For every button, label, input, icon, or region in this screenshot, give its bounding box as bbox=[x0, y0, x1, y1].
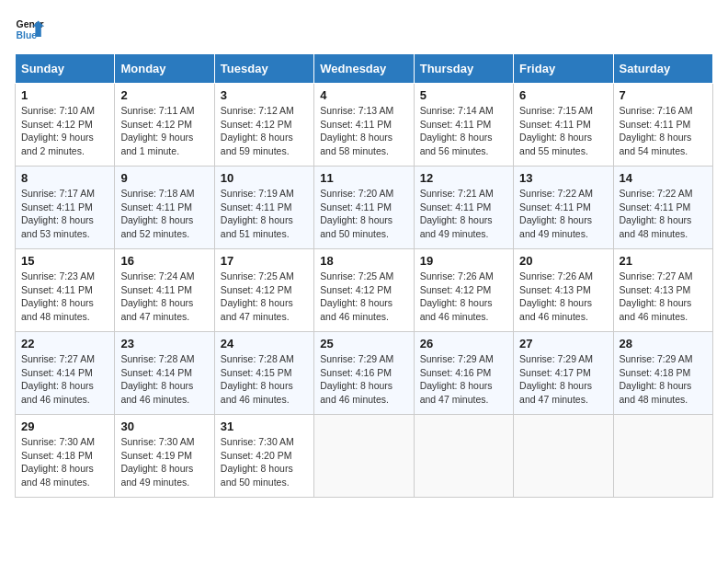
cell-info: Sunrise: 7:20 AMSunset: 4:11 PMDaylight:… bbox=[320, 188, 393, 239]
calendar-cell: 26 Sunrise: 7:29 AMSunset: 4:16 PMDaylig… bbox=[414, 332, 513, 415]
day-number: 17 bbox=[221, 254, 308, 268]
day-number: 31 bbox=[221, 419, 308, 433]
day-number: 10 bbox=[221, 171, 308, 185]
calendar-cell: 27 Sunrise: 7:29 AMSunset: 4:17 PMDaylig… bbox=[514, 332, 613, 415]
day-number: 16 bbox=[120, 254, 208, 268]
week-row-3: 15 Sunrise: 7:23 AMSunset: 4:11 PMDaylig… bbox=[16, 249, 713, 332]
day-number: 20 bbox=[519, 254, 607, 268]
calendar-cell: 30 Sunrise: 7:30 AMSunset: 4:19 PMDaylig… bbox=[115, 415, 214, 498]
cell-info: Sunrise: 7:30 AMSunset: 4:18 PMDaylight:… bbox=[21, 436, 95, 488]
calendar-cell: 28 Sunrise: 7:29 AMSunset: 4:18 PMDaylig… bbox=[613, 332, 712, 415]
calendar-table: SundayMondayTuesdayWednesdayThursdayFrid… bbox=[15, 53, 713, 498]
cell-info: Sunrise: 7:27 AMSunset: 4:13 PMDaylight:… bbox=[620, 270, 693, 322]
calendar-cell: 23 Sunrise: 7:28 AMSunset: 4:14 PMDaylig… bbox=[115, 332, 214, 415]
cell-info: Sunrise: 7:19 AMSunset: 4:11 PMDaylight:… bbox=[221, 188, 294, 239]
calendar-cell: 17 Sunrise: 7:25 AMSunset: 4:12 PMDaylig… bbox=[214, 249, 313, 332]
cell-info: Sunrise: 7:21 AMSunset: 4:11 PMDaylight:… bbox=[420, 188, 494, 239]
week-row-5: 29 Sunrise: 7:30 AMSunset: 4:18 PMDaylig… bbox=[16, 415, 713, 498]
day-header-saturday: Saturday bbox=[613, 54, 712, 84]
calendar-cell: 16 Sunrise: 7:24 AMSunset: 4:11 PMDaylig… bbox=[115, 249, 214, 332]
calendar-cell: 14 Sunrise: 7:22 AMSunset: 4:11 PMDaylig… bbox=[613, 167, 712, 249]
cell-info: Sunrise: 7:29 AMSunset: 4:16 PMDaylight:… bbox=[420, 353, 494, 405]
logo: General Blue bbox=[15, 15, 44, 44]
day-number: 3 bbox=[221, 88, 308, 102]
day-number: 6 bbox=[519, 88, 607, 102]
cell-info: Sunrise: 7:18 AMSunset: 4:11 PMDaylight:… bbox=[120, 188, 194, 239]
day-header-sunday: Sunday bbox=[16, 54, 115, 84]
cell-info: Sunrise: 7:25 AMSunset: 4:12 PMDaylight:… bbox=[221, 270, 294, 322]
cell-info: Sunrise: 7:26 AMSunset: 4:12 PMDaylight:… bbox=[420, 270, 494, 322]
day-number: 7 bbox=[620, 88, 707, 102]
header-row: SundayMondayTuesdayWednesdayThursdayFrid… bbox=[16, 54, 713, 84]
cell-info: Sunrise: 7:17 AMSunset: 4:11 PMDaylight:… bbox=[21, 188, 95, 239]
calendar-cell: 31 Sunrise: 7:30 AMSunset: 4:20 PMDaylig… bbox=[214, 415, 313, 498]
cell-info: Sunrise: 7:26 AMSunset: 4:13 PMDaylight:… bbox=[519, 270, 593, 322]
header: General Blue bbox=[15, 15, 713, 44]
calendar-cell: 20 Sunrise: 7:26 AMSunset: 4:13 PMDaylig… bbox=[514, 249, 613, 332]
calendar-cell: 13 Sunrise: 7:22 AMSunset: 4:11 PMDaylig… bbox=[514, 167, 613, 249]
day-number: 1 bbox=[21, 88, 108, 102]
calendar-cell: 4 Sunrise: 7:13 AMSunset: 4:11 PMDayligh… bbox=[314, 84, 414, 167]
calendar-cell: 21 Sunrise: 7:27 AMSunset: 4:13 PMDaylig… bbox=[613, 249, 712, 332]
calendar-cell: 9 Sunrise: 7:18 AMSunset: 4:11 PMDayligh… bbox=[115, 167, 214, 249]
day-header-friday: Friday bbox=[514, 54, 613, 84]
cell-info: Sunrise: 7:29 AMSunset: 4:18 PMDaylight:… bbox=[620, 353, 693, 405]
calendar-cell: 6 Sunrise: 7:15 AMSunset: 4:11 PMDayligh… bbox=[514, 84, 613, 167]
day-number: 4 bbox=[320, 88, 407, 102]
day-number: 27 bbox=[519, 337, 607, 350]
logo-icon: General Blue bbox=[15, 15, 44, 44]
cell-info: Sunrise: 7:30 AMSunset: 4:20 PMDaylight:… bbox=[221, 436, 294, 488]
day-number: 22 bbox=[21, 337, 108, 350]
day-number: 26 bbox=[420, 337, 507, 350]
calendar-cell: 12 Sunrise: 7:21 AMSunset: 4:11 PMDaylig… bbox=[414, 167, 513, 249]
calendar-cell bbox=[414, 415, 513, 498]
cell-info: Sunrise: 7:23 AMSunset: 4:11 PMDaylight:… bbox=[21, 270, 95, 322]
day-number: 11 bbox=[320, 171, 407, 185]
day-number: 29 bbox=[21, 419, 108, 433]
cell-info: Sunrise: 7:12 AMSunset: 4:12 PMDaylight:… bbox=[221, 105, 294, 156]
calendar-cell: 19 Sunrise: 7:26 AMSunset: 4:12 PMDaylig… bbox=[414, 249, 513, 332]
day-header-tuesday: Tuesday bbox=[214, 54, 313, 84]
calendar-cell: 18 Sunrise: 7:25 AMSunset: 4:12 PMDaylig… bbox=[314, 249, 414, 332]
cell-info: Sunrise: 7:22 AMSunset: 4:11 PMDaylight:… bbox=[519, 188, 593, 239]
day-number: 8 bbox=[21, 171, 108, 185]
week-row-1: 1 Sunrise: 7:10 AMSunset: 4:12 PMDayligh… bbox=[16, 84, 713, 167]
day-number: 23 bbox=[120, 337, 208, 350]
day-number: 5 bbox=[420, 88, 507, 102]
cell-info: Sunrise: 7:16 AMSunset: 4:11 PMDaylight:… bbox=[620, 105, 693, 156]
day-number: 24 bbox=[221, 337, 308, 350]
day-header-wednesday: Wednesday bbox=[314, 54, 414, 84]
calendar-cell: 15 Sunrise: 7:23 AMSunset: 4:11 PMDaylig… bbox=[16, 249, 115, 332]
cell-info: Sunrise: 7:29 AMSunset: 4:16 PMDaylight:… bbox=[320, 353, 393, 405]
cell-info: Sunrise: 7:28 AMSunset: 4:14 PMDaylight:… bbox=[120, 353, 194, 405]
cell-info: Sunrise: 7:13 AMSunset: 4:11 PMDaylight:… bbox=[320, 105, 393, 156]
day-header-monday: Monday bbox=[115, 54, 214, 84]
cell-info: Sunrise: 7:10 AMSunset: 4:12 PMDaylight:… bbox=[21, 105, 95, 156]
cell-info: Sunrise: 7:14 AMSunset: 4:11 PMDaylight:… bbox=[420, 105, 494, 156]
cell-info: Sunrise: 7:15 AMSunset: 4:11 PMDaylight:… bbox=[519, 105, 593, 156]
calendar-cell: 10 Sunrise: 7:19 AMSunset: 4:11 PMDaylig… bbox=[214, 167, 313, 249]
calendar-cell: 3 Sunrise: 7:12 AMSunset: 4:12 PMDayligh… bbox=[214, 84, 313, 167]
calendar-cell bbox=[613, 415, 712, 498]
calendar-cell: 29 Sunrise: 7:30 AMSunset: 4:18 PMDaylig… bbox=[16, 415, 115, 498]
calendar-cell: 25 Sunrise: 7:29 AMSunset: 4:16 PMDaylig… bbox=[314, 332, 414, 415]
day-header-thursday: Thursday bbox=[414, 54, 513, 84]
day-number: 14 bbox=[620, 171, 707, 185]
cell-info: Sunrise: 7:29 AMSunset: 4:17 PMDaylight:… bbox=[519, 353, 593, 405]
day-number: 15 bbox=[21, 254, 108, 268]
day-number: 19 bbox=[420, 254, 507, 268]
day-number: 12 bbox=[420, 171, 507, 185]
calendar-cell bbox=[514, 415, 613, 498]
day-number: 28 bbox=[620, 337, 707, 350]
calendar-cell: 8 Sunrise: 7:17 AMSunset: 4:11 PMDayligh… bbox=[16, 167, 115, 249]
week-row-2: 8 Sunrise: 7:17 AMSunset: 4:11 PMDayligh… bbox=[16, 167, 713, 249]
week-row-4: 22 Sunrise: 7:27 AMSunset: 4:14 PMDaylig… bbox=[16, 332, 713, 415]
calendar-cell: 2 Sunrise: 7:11 AMSunset: 4:12 PMDayligh… bbox=[115, 84, 214, 167]
day-number: 30 bbox=[120, 419, 208, 433]
day-number: 21 bbox=[620, 254, 707, 268]
cell-info: Sunrise: 7:27 AMSunset: 4:14 PMDaylight:… bbox=[21, 353, 95, 405]
calendar-cell bbox=[314, 415, 414, 498]
calendar-cell: 22 Sunrise: 7:27 AMSunset: 4:14 PMDaylig… bbox=[16, 332, 115, 415]
cell-info: Sunrise: 7:11 AMSunset: 4:12 PMDaylight:… bbox=[120, 105, 194, 156]
cell-info: Sunrise: 7:28 AMSunset: 4:15 PMDaylight:… bbox=[221, 353, 294, 405]
